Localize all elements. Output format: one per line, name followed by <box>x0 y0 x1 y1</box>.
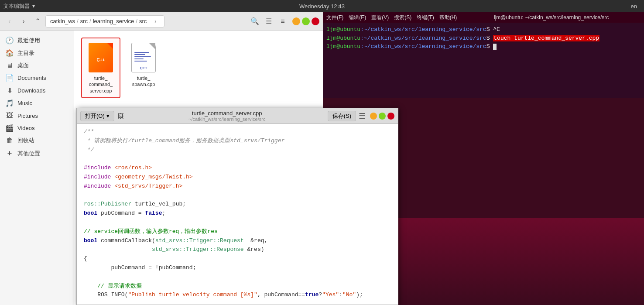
home-icon: 🏠 <box>5 49 14 57</box>
terminal-body[interactable]: ljm@ubuntu:~/catkin_ws/src/learning_serv… <box>323 23 644 98</box>
code-line-13: bool commandCallback(std_srvs::Trigger::… <box>84 236 391 246</box>
breadcrumb-expand[interactable]: › <box>149 15 161 27</box>
cmd-highlight: touch turtle_command_server.cpp <box>493 35 599 41</box>
menu-terminal[interactable]: 终端(T) <box>417 14 434 21</box>
sidebar-item-documents[interactable]: 📄 Documents <box>0 72 74 84</box>
sidebar-item-music[interactable]: 🎵 Music <box>0 97 74 110</box>
sidebar-item-pictures[interactable]: 🖼 Pictures <box>0 110 74 122</box>
list-toggle-button[interactable]: ☰ <box>263 15 275 27</box>
cpp-lines <box>132 45 155 64</box>
breadcrumb-src[interactable]: src <box>79 18 89 24</box>
image-button[interactable]: 🖼 <box>114 110 127 122</box>
open-button[interactable]: 打开(O) ▾ <box>80 111 114 121</box>
maximize-button[interactable] <box>302 17 310 25</box>
sidebar-item-trash[interactable]: 🗑 回收站 <box>0 134 74 147</box>
menu-file[interactable]: 文件(F) <box>326 14 343 21</box>
parent-button[interactable]: ⌃ <box>31 15 44 27</box>
sidebar-label-recent: 最近使用 <box>17 37 40 45</box>
te-title-sub: ~/catkin_ws/src/learning_service/src <box>127 117 328 122</box>
menu-search[interactable]: 搜索(S) <box>394 14 411 21</box>
te-title-main: turtle_command_server.cpp <box>127 110 328 117</box>
code-line-1: /** <box>84 127 391 137</box>
te-close-button[interactable] <box>387 113 394 120</box>
sidebar-item-videos[interactable]: 🎬 Videos <box>0 122 74 134</box>
code-line-16: pubCommand = !pubCommand; <box>84 264 391 273</box>
open-arrow: ▾ <box>106 113 110 119</box>
desktop-icon: 🖥 <box>5 62 14 69</box>
cursor-block <box>493 44 497 50</box>
search-button[interactable]: 🔍 <box>249 15 261 27</box>
code-line-12: // service回调函数，输入参数req，输出参数res <box>84 227 391 236</box>
datetime: Wednesday 12∶43 <box>299 3 345 10</box>
terminal-title-text: ljm@ubuntu: ~/catkin_ws/src/learning_ser… <box>494 14 609 21</box>
window-controls <box>292 17 319 25</box>
file-name-1: turtle_command_server.cpp <box>89 75 113 94</box>
code-line-blank-3 <box>84 218 391 227</box>
sidebar-label-desktop: 桌面 <box>17 62 29 69</box>
sidebar-item-desktop[interactable]: 🖥 桌面 <box>0 59 74 72</box>
file-item-turtle-command-server[interactable]: C++ turtle_command_server.cpp <box>81 38 120 98</box>
breadcrumb-src2[interactable]: src <box>137 18 148 24</box>
menu-help[interactable]: 帮助(H) <box>439 14 457 21</box>
cpp-blue-icon: C++ <box>131 43 156 72</box>
cpp-orange-icon: C++ <box>89 43 113 72</box>
code-line-3: */ <box>84 146 391 155</box>
menu-view[interactable]: 查看(V) <box>371 14 389 21</box>
sidebar-label-home: 主目录 <box>17 49 34 57</box>
te-maximize-button[interactable] <box>379 113 386 120</box>
app-menu-arrow: ▾ <box>32 3 35 9</box>
file-icon-cpp-blue: C++ <box>130 42 157 73</box>
menu-edit[interactable]: 编辑(E) <box>349 14 366 21</box>
documents-icon: 📄 <box>5 74 14 82</box>
code-line-10: bool pubCommand = false; <box>84 209 391 218</box>
te-menu-button[interactable]: ☰ <box>356 110 368 122</box>
music-icon: 🎵 <box>5 99 14 107</box>
te-minimize-button[interactable] <box>370 113 377 120</box>
sidebar-item-other[interactable]: + 其他位置 <box>0 147 74 160</box>
code-line-2: * 该例程将执行/turtle_command服务，服务数据类型std_srvs… <box>84 137 391 146</box>
fm-sidebar: 🕐 最近使用 🏠 主目录 🖥 桌面 📄 Documents ⬇ Download… <box>0 31 74 305</box>
save-button[interactable]: 保存(S) <box>328 111 356 121</box>
code-line-7: #include <std_srvs/Trigger.h> <box>84 182 391 191</box>
close-button[interactable] <box>312 17 319 25</box>
recent-icon: 🕐 <box>5 36 14 45</box>
code-line-14: std_srvs::Trigger::Response &res) <box>84 245 391 254</box>
prompt-1: ljm@ubuntu <box>326 26 360 33</box>
code-line-blank-5 <box>84 300 391 305</box>
prompt-3: ljm@ubuntu <box>326 43 360 50</box>
downloads-icon: ⬇ <box>5 86 14 95</box>
sidebar-label-downloads: Downloads <box>17 87 45 94</box>
dir-3: :~/catkin_ws/src/learning_service/src <box>360 43 486 50</box>
sidebar-item-home[interactable]: 🏠 主目录 <box>0 47 74 59</box>
code-line-blank-4 <box>84 273 391 282</box>
breadcrumb: catkin_ws / src / learning_service / src… <box>45 15 164 27</box>
icon-type-label: C++ <box>97 58 105 62</box>
code-line-19: ROS_INFO("Publish turtle velocity comman… <box>84 291 391 300</box>
sidebar-item-downloads[interactable]: ⬇ Downloads <box>0 84 74 97</box>
trash-icon: 🗑 <box>5 137 14 144</box>
cpp-tag: C++ <box>140 66 147 70</box>
file-item-turtle-spawn[interactable]: C++ turtle_spawn.cpp <box>124 38 163 98</box>
terminal-line-1: ljm@ubuntu:~/catkin_ws/src/learning_serv… <box>326 25 641 34</box>
terminal-title: ljm@ubuntu: ~/catkin_ws/src/learning_ser… <box>462 14 641 21</box>
sidebar-item-recent[interactable]: 🕐 最近使用 <box>0 34 74 47</box>
app-title: 文本编辑器 <box>3 3 30 10</box>
cmd-prompt-1: $ ^C <box>486 26 500 33</box>
open-label: 打开(O) <box>85 112 105 120</box>
terminal-menubar: 文件(F) 编辑(E) 查看(V) 搜索(S) 终端(T) 帮助(H) ljm@… <box>323 12 644 23</box>
breadcrumb-catkin[interactable]: catkin_ws <box>48 18 77 24</box>
breadcrumb-learning[interactable]: learning_service <box>91 18 136 24</box>
back-button[interactable]: ‹ <box>3 15 16 27</box>
te-window-controls <box>370 113 394 120</box>
minimize-button[interactable] <box>292 17 300 25</box>
code-line-blank-2 <box>84 191 391 200</box>
forward-button[interactable]: › <box>17 15 30 27</box>
locale: en <box>631 3 637 10</box>
code-line-15: { <box>84 254 391 264</box>
dir-2: :~/catkin_ws/src/learning_service/src <box>360 35 486 41</box>
file-name-2: turtle_spawn.cpp <box>132 75 155 88</box>
fm-menu-button[interactable]: ≡ <box>277 15 289 27</box>
videos-icon: 🎬 <box>5 124 14 132</box>
prompt-2: ljm@ubuntu <box>326 35 360 41</box>
code-area[interactable]: /** * 该例程将执行/turtle_command服务，服务数据类型std_… <box>77 124 398 305</box>
